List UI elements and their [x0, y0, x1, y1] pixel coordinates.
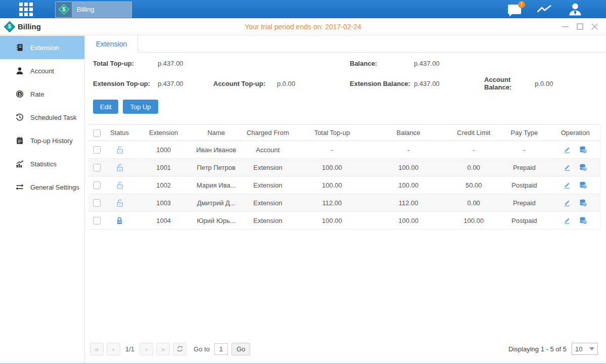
topup-history-ledger-icon: [15, 136, 24, 145]
extension-topup-label: Extension Top-up:: [93, 80, 158, 87]
cell-balance: -: [367, 141, 449, 159]
sidebar-item-label: Scheduled Task: [30, 114, 77, 121]
general-settings-sliders-icon: [15, 183, 24, 191]
top-up-coins-icon[interactable]: $: [579, 146, 587, 154]
sidebar-item-general-settings[interactable]: General Settings: [0, 175, 84, 199]
top-up-coins-icon[interactable]: $: [579, 163, 587, 171]
page-size-select[interactable]: 10: [572, 343, 598, 355]
page-indicator: 1/1: [125, 345, 134, 353]
row-checkbox[interactable]: [93, 181, 101, 189]
cell-credit-limit: 0.00: [449, 159, 498, 176]
sidebar-item-scheduled-task[interactable]: Scheduled Task: [0, 106, 84, 129]
rate-dollar-icon: $: [15, 90, 24, 98]
edit-pencil-icon[interactable]: [563, 199, 571, 207]
table-row: 1002 Мария Ива... Extension 100.00 100.0…: [88, 176, 600, 194]
top-up-coins-icon[interactable]: $: [579, 216, 587, 224]
lock-icon[interactable]: [106, 216, 133, 225]
sidebar-item-rate[interactable]: $ Rate: [0, 82, 84, 106]
sidebar-item-statistics[interactable]: Statistics: [0, 152, 84, 175]
unlock-icon[interactable]: [106, 163, 133, 172]
account-topup-label: Account Top-up:: [213, 80, 277, 87]
sidebar: Extension Account $: [0, 35, 85, 363]
close-icon[interactable]: [591, 23, 598, 30]
app-tab-label: Billing: [77, 6, 95, 13]
sidebar-item-label: General Settings: [30, 184, 79, 191]
resource-monitor-chart-icon[interactable]: [536, 3, 552, 15]
row-checkbox[interactable]: [93, 164, 101, 171]
row-checkbox[interactable]: [93, 199, 101, 207]
app-tab-billing[interactable]: $ Billing: [55, 2, 132, 18]
cell-charged-from: Extension: [239, 212, 297, 230]
top-up-button[interactable]: Top Up: [123, 100, 158, 114]
edit-pencil-icon[interactable]: [563, 163, 571, 171]
refresh-icon[interactable]: [173, 343, 187, 355]
first-page-button[interactable]: «: [90, 343, 104, 355]
sidebar-item-extension[interactable]: Extension: [0, 36, 84, 59]
account-balance-label: Account Balance:: [484, 76, 535, 91]
tab-extension[interactable]: Extension: [85, 35, 138, 53]
edit-pencil-icon[interactable]: [563, 146, 571, 154]
sidebar-item-account[interactable]: Account: [0, 59, 84, 82]
col-charged-from: Charged From: [239, 125, 297, 141]
notifications-message-icon[interactable]: !: [508, 5, 521, 14]
unlock-icon[interactable]: [106, 146, 133, 154]
cell-charged-from: Account: [239, 141, 297, 159]
last-page-button[interactable]: »: [156, 343, 170, 355]
goto-page-input[interactable]: [214, 343, 228, 355]
notification-badge: !: [518, 1, 525, 8]
row-checkbox[interactable]: [93, 217, 101, 224]
sidebar-item-label: Rate: [30, 90, 44, 98]
apps-grid-icon[interactable]: [19, 3, 33, 16]
user-account-icon[interactable]: [568, 3, 583, 16]
unlock-icon[interactable]: [106, 199, 133, 207]
go-button[interactable]: Go: [231, 343, 250, 355]
col-total-topup: Total Top-up: [297, 125, 367, 141]
top-up-coins-icon[interactable]: $: [579, 181, 587, 189]
edit-pencil-icon[interactable]: [563, 181, 571, 189]
cell-pay-type: Prepaid: [498, 194, 550, 212]
extension-balance-label: Extension Balance:: [350, 80, 414, 87]
row-checkbox[interactable]: [93, 146, 101, 154]
main-content: Extension Total Top-up: p.437.00 Balance…: [85, 35, 606, 363]
extension-book-icon: [15, 43, 24, 52]
edit-button[interactable]: Edit: [93, 100, 118, 114]
edit-pencil-icon[interactable]: [563, 216, 571, 224]
cell-pay-type: Postpaid: [498, 176, 550, 194]
prev-page-button[interactable]: ‹: [107, 343, 120, 355]
tab-strip: Extension: [85, 35, 606, 53]
minimize-icon[interactable]: [562, 23, 569, 30]
cell-extension: 1002: [134, 176, 194, 194]
col-pay-type: Pay Type: [498, 125, 550, 141]
sidebar-item-topup-history[interactable]: Top-up History: [0, 129, 84, 152]
cell-pay-type: -: [498, 141, 550, 159]
cell-credit-limit: 50.00: [449, 176, 498, 194]
cell-total-topup: 100.00: [297, 159, 367, 176]
chevron-down-icon: [589, 347, 594, 350]
cell-name: Иван Иванов: [194, 141, 239, 159]
window-title-bar: Your trial period ends on: 2017-02-24 $ …: [0, 18, 606, 35]
cell-credit-limit: 100.00: [449, 212, 498, 230]
col-operation: Operation: [550, 125, 600, 141]
billing-window: $ Billing ! Your tr: [0, 0, 606, 364]
extension-table: Status Extension Name Charged From Total…: [88, 124, 600, 230]
cell-pay-type: Prepaid: [498, 159, 550, 176]
cell-name: Петр Петров: [194, 159, 239, 176]
col-name: Name: [194, 125, 239, 141]
billing-dollar-diamond-icon: $: [56, 2, 72, 17]
select-all-checkbox[interactable]: [93, 129, 101, 137]
top-up-coins-icon[interactable]: $: [579, 199, 587, 207]
cell-name: Дмитрий Д...: [194, 194, 239, 212]
cell-extension: 1003: [134, 194, 194, 212]
table-row: 1000 Иван Иванов Account - - - - $: [88, 141, 600, 159]
extension-balance-value: p.437.00: [414, 80, 484, 87]
col-extension: Extension: [134, 125, 194, 141]
cell-extension: 1000: [134, 141, 194, 159]
statistics-chart-icon: [15, 160, 24, 168]
unlock-icon[interactable]: [106, 181, 133, 190]
col-status: Status: [106, 125, 134, 141]
next-page-button[interactable]: ›: [139, 343, 153, 355]
scheduled-task-clock-icon: [15, 113, 24, 121]
account-topup-value: p.0.00: [277, 80, 350, 87]
maximize-icon[interactable]: [577, 23, 583, 30]
cell-pay-type: Postpaid: [498, 212, 550, 230]
